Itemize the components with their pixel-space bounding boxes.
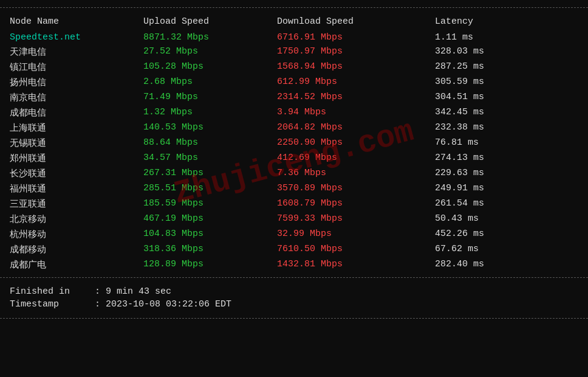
upload-speed: 88.64 Mbps xyxy=(143,137,277,149)
timestamp-label: Timestamp xyxy=(10,299,95,310)
upload-speed: 8871.32 Mbps xyxy=(143,32,277,43)
latency: 274.13 ms xyxy=(435,153,569,164)
download-speed: 2314.52 Mbps xyxy=(277,92,435,103)
node-name: 成都电信 xyxy=(10,107,143,119)
latency: 1.11 ms xyxy=(435,32,569,43)
download-speed: 7610.50 Mbps xyxy=(277,244,435,255)
latency: 287.25 ms xyxy=(435,61,569,73)
upload-speed: 267.31 Mbps xyxy=(143,168,277,179)
latency: 282.40 ms xyxy=(435,259,569,271)
node-name: 成都广电 xyxy=(10,259,143,271)
node-name: 北京移动 xyxy=(10,213,143,225)
node-name: 杭州移动 xyxy=(10,229,143,240)
table-row: 福州联通285.51 Mbps3570.89 Mbps249.91 ms xyxy=(10,181,578,196)
table-row: 扬州电信2.68 Mbps612.99 Mbps305.59 ms xyxy=(10,75,578,90)
upload-speed: 185.59 Mbps xyxy=(143,198,277,210)
upload-speed: 104.83 Mbps xyxy=(143,229,277,240)
table-row: 天津电信27.52 Mbps1750.97 Mbps328.03 ms xyxy=(10,44,578,60)
footer-divider xyxy=(0,318,588,319)
node-name: 扬州电信 xyxy=(10,77,143,88)
table-row: 杭州移动104.83 Mbps32.99 Mbps452.26 ms xyxy=(10,227,578,242)
node-name: 上海联通 xyxy=(10,122,143,134)
node-name: Speedtest.net xyxy=(10,32,143,43)
download-speed: 412.69 Mbps xyxy=(277,153,435,164)
upload-speed: 1.32 Mbps xyxy=(143,107,277,119)
timestamp-value: : 2023-10-08 03:22:06 EDT xyxy=(95,299,231,310)
node-name: 三亚联通 xyxy=(10,198,143,210)
download-speed: 1750.97 Mbps xyxy=(277,46,435,58)
download-speed: 7.36 Mbps xyxy=(277,168,435,179)
latency: 67.62 ms xyxy=(435,244,569,255)
table-row: 无锡联通88.64 Mbps2250.90 Mbps76.81 ms xyxy=(10,136,578,151)
upload-speed: 128.89 Mbps xyxy=(143,259,277,271)
table-row: 三亚联通185.59 Mbps1608.79 Mbps261.54 ms xyxy=(10,196,578,212)
latency: 76.81 ms xyxy=(435,137,569,149)
table-header: Node Name Upload Speed Download Speed La… xyxy=(10,13,578,30)
node-name: 成都移动 xyxy=(10,244,143,255)
table-row: 郑州联通34.57 Mbps412.69 Mbps274.13 ms xyxy=(10,151,578,166)
timestamp-row: Timestamp : 2023-10-08 03:22:06 EDT xyxy=(10,298,578,311)
table-row: 上海联通140.53 Mbps2064.82 Mbps232.38 ms xyxy=(10,120,578,136)
header-node-name: Node Name xyxy=(10,16,143,27)
latency: 304.51 ms xyxy=(435,92,569,103)
upload-speed: 467.19 Mbps xyxy=(143,213,277,225)
upload-speed: 71.49 Mbps xyxy=(143,92,277,103)
download-speed: 2250.90 Mbps xyxy=(277,137,435,149)
upload-speed: 27.52 Mbps xyxy=(143,46,277,58)
latency: 342.45 ms xyxy=(435,107,569,119)
node-name: 长沙联通 xyxy=(10,168,143,179)
download-speed: 3.94 Mbps xyxy=(277,107,435,119)
download-speed: 1432.81 Mbps xyxy=(277,259,435,271)
table-row: 成都广电128.89 Mbps1432.81 Mbps282.40 ms xyxy=(10,257,578,272)
header-latency: Latency xyxy=(435,16,569,27)
finished-label: Finished in xyxy=(10,286,95,297)
download-speed: 3570.89 Mbps xyxy=(277,183,435,195)
download-speed: 1568.94 Mbps xyxy=(277,61,435,73)
download-speed: 7599.33 Mbps xyxy=(277,213,435,225)
node-name: 郑州联通 xyxy=(10,153,143,164)
bottom-divider xyxy=(0,277,588,278)
header-download: Download Speed xyxy=(277,16,435,27)
table-row: 北京移动467.19 Mbps7599.33 Mbps50.43 ms xyxy=(10,212,578,227)
upload-speed: 105.28 Mbps xyxy=(143,61,277,73)
node-name: 镇江电信 xyxy=(10,61,143,73)
node-name: 南京电信 xyxy=(10,92,143,103)
table-row: 镇江电信105.28 Mbps1568.94 Mbps287.25 ms xyxy=(10,60,578,75)
upload-speed: 318.36 Mbps xyxy=(143,244,277,255)
node-name: 福州联通 xyxy=(10,183,143,195)
finished-row: Finished in : 9 min 43 sec xyxy=(10,285,578,298)
download-speed: 612.99 Mbps xyxy=(277,77,435,88)
node-name: 天津电信 xyxy=(10,46,143,58)
download-speed: 2064.82 Mbps xyxy=(277,122,435,134)
table-body: Speedtest.net8871.32 Mbps6716.91 Mbps1.1… xyxy=(10,30,578,272)
upload-speed: 140.53 Mbps xyxy=(143,122,277,134)
latency: 452.26 ms xyxy=(435,229,569,240)
table-row: 成都电信1.32 Mbps3.94 Mbps342.45 ms xyxy=(10,105,578,120)
download-speed: 6716.91 Mbps xyxy=(277,32,435,43)
latency: 229.63 ms xyxy=(435,168,569,179)
latency: 328.03 ms xyxy=(435,46,569,58)
table-row: Speedtest.net8871.32 Mbps6716.91 Mbps1.1… xyxy=(10,30,578,44)
table-row: 长沙联通267.31 Mbps7.36 Mbps229.63 ms xyxy=(10,166,578,181)
top-divider xyxy=(0,7,588,8)
download-speed: 32.99 Mbps xyxy=(277,229,435,240)
upload-speed: 285.51 Mbps xyxy=(143,183,277,195)
latency: 261.54 ms xyxy=(435,198,569,210)
latency: 249.91 ms xyxy=(435,183,569,195)
latency: 232.38 ms xyxy=(435,122,569,134)
table-row: 成都移动318.36 Mbps7610.50 Mbps67.62 ms xyxy=(10,242,578,257)
table-row: 南京电信71.49 Mbps2314.52 Mbps304.51 ms xyxy=(10,90,578,105)
node-name: 无锡联通 xyxy=(10,137,143,149)
finished-value: : 9 min 43 sec xyxy=(95,286,171,297)
upload-speed: 34.57 Mbps xyxy=(143,153,277,164)
header-upload: Upload Speed xyxy=(143,16,277,27)
speed-table: Node Name Upload Speed Download Speed La… xyxy=(0,10,588,275)
download-speed: 1608.79 Mbps xyxy=(277,198,435,210)
latency: 50.43 ms xyxy=(435,213,569,225)
footer: Finished in : 9 min 43 sec Timestamp : 2… xyxy=(0,280,588,316)
upload-speed: 2.68 Mbps xyxy=(143,77,277,88)
latency: 305.59 ms xyxy=(435,77,569,88)
